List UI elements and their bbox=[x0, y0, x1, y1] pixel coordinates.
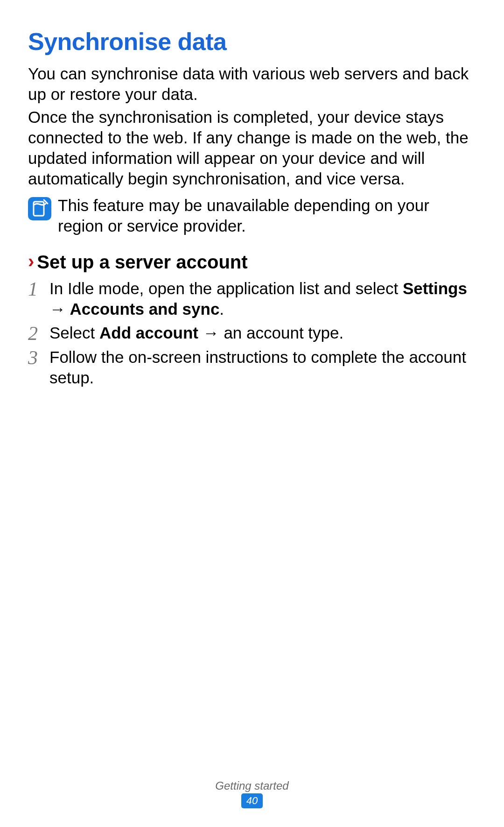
page-title: Synchronise data bbox=[28, 28, 476, 56]
section-heading-row: › Set up a server account bbox=[28, 250, 476, 274]
body-content: You can synchronise data with various we… bbox=[28, 64, 476, 388]
page-footer: Getting started 40 bbox=[0, 779, 504, 808]
step-text-fragment: Select bbox=[49, 324, 99, 342]
step-text-fragment: Follow the on-screen instructions to com… bbox=[49, 348, 466, 387]
step-number: 3 bbox=[28, 348, 42, 368]
intro-paragraph-1: You can synchronise data with various we… bbox=[28, 64, 476, 105]
step-text-fragment: . bbox=[219, 300, 224, 318]
note-icon bbox=[28, 197, 51, 220]
step-text-bold: Accounts and sync bbox=[70, 300, 219, 318]
step-text-bold: → bbox=[49, 300, 70, 318]
step-number: 1 bbox=[28, 279, 42, 299]
intro-paragraph-2: Once the synchronisation is completed, y… bbox=[28, 107, 476, 189]
step-text-bold: Settings bbox=[403, 279, 467, 297]
note-text: This feature may be unavailable dependin… bbox=[58, 195, 476, 236]
step-3: 3 Follow the on-screen instructions to c… bbox=[28, 347, 476, 388]
section-heading: Set up a server account bbox=[37, 250, 247, 274]
step-1: 1 In Idle mode, open the application lis… bbox=[28, 278, 476, 319]
page: Synchronise data You can synchronise dat… bbox=[0, 0, 504, 827]
step-text-bold: Add account bbox=[99, 324, 198, 342]
footer-section-label: Getting started bbox=[0, 779, 504, 792]
step-text: In Idle mode, open the application list … bbox=[49, 278, 476, 319]
step-text: Select Add account → an account type. bbox=[49, 323, 476, 343]
step-text-fragment: In Idle mode, open the application list … bbox=[49, 279, 403, 297]
note-block: This feature may be unavailable dependin… bbox=[28, 195, 476, 236]
step-text: Follow the on-screen instructions to com… bbox=[49, 347, 476, 388]
step-text-fragment: → an account type. bbox=[198, 324, 343, 342]
page-number-badge: 40 bbox=[241, 793, 263, 808]
step-2: 2 Select Add account → an account type. bbox=[28, 323, 476, 343]
chevron-right-icon: › bbox=[28, 252, 34, 270]
step-number: 2 bbox=[28, 324, 42, 343]
